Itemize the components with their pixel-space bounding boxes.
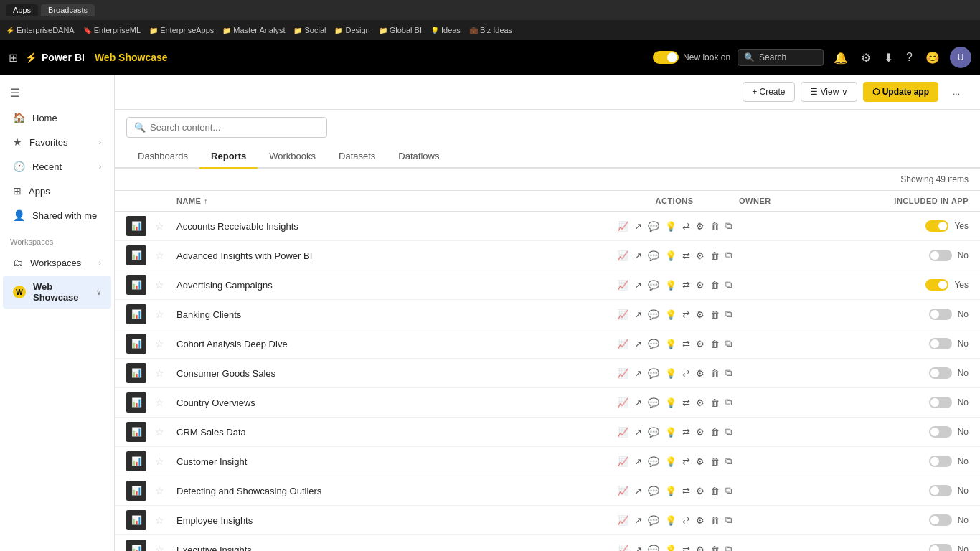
row-connect-icon[interactable]: ⇄ [681,396,692,410]
row-name[interactable]: CRM Sales Data [176,427,610,438]
row-settings-icon[interactable]: ⚙ [694,484,706,498]
row-chat-icon[interactable]: 💬 [646,278,661,292]
row-share-icon[interactable]: ↗ [633,543,644,552]
row-connect-icon[interactable]: ⇄ [681,220,692,233]
tab-reports[interactable]: Reports [199,145,258,169]
row-chat-icon[interactable]: 💬 [646,543,661,552]
row-copy-icon[interactable]: ⧉ [724,248,733,263]
row-settings-icon[interactable]: ⚙ [694,514,706,527]
row-chart-icon[interactable]: 📈 [616,337,630,351]
row-star[interactable]: ☆ [155,514,176,526]
row-insight-icon[interactable]: 💡 [664,396,678,410]
row-insight-icon[interactable]: 💡 [664,249,678,263]
tab-datasets[interactable]: Datasets [327,145,387,169]
row-chat-icon[interactable]: 💬 [646,308,661,321]
row-connect-icon[interactable]: ⇄ [681,278,692,292]
search-box[interactable]: 🔍 Search [738,49,824,66]
row-star[interactable]: ☆ [155,397,176,408]
row-include-toggle[interactable] [929,367,952,379]
row-connect-icon[interactable]: ⇄ [681,514,692,527]
row-name[interactable]: Country Overviews [176,397,610,408]
row-chat-icon[interactable]: 💬 [646,396,661,410]
bookmark-apps[interactable]: ⚡ EnterpriseDANA [6,26,75,34]
row-connect-icon[interactable]: ⇄ [681,455,692,468]
row-connect-icon[interactable]: ⇄ [681,484,692,498]
row-copy-icon[interactable]: ⧉ [724,395,733,410]
tab-dashboards[interactable]: Dashboards [126,145,199,169]
create-button[interactable]: + Create [743,82,794,102]
bookmark-design[interactable]: 📁 Design [334,26,369,34]
row-settings-icon[interactable]: ⚙ [694,308,706,321]
row-star[interactable]: ☆ [155,309,176,320]
row-name[interactable]: Detecting and Showcasing Outliers [176,486,610,496]
user-avatar[interactable]: U [950,47,971,68]
row-chat-icon[interactable]: 💬 [646,367,661,380]
row-chart-icon[interactable]: 📈 [616,543,630,552]
row-delete-icon[interactable]: 🗑 [709,249,721,263]
row-connect-icon[interactable]: ⇄ [681,337,692,351]
bookmark-globalbi[interactable]: 📁 Global BI [379,26,422,34]
sidebar-item-recent[interactable]: 🕐 Recent › [3,155,111,178]
row-include-toggle[interactable] [925,220,948,232]
row-chat-icon[interactable]: 💬 [646,514,661,527]
row-star[interactable]: ☆ [155,220,176,232]
row-connect-icon[interactable]: ⇄ [681,308,692,321]
row-settings-icon[interactable]: ⚙ [694,396,706,410]
row-delete-icon[interactable]: 🗑 [709,484,721,498]
row-insight-icon[interactable]: 💡 [664,308,678,321]
row-chart-icon[interactable]: 📈 [616,396,630,410]
row-delete-icon[interactable]: 🗑 [709,543,721,552]
update-app-button[interactable]: ⬡ Update app [863,82,938,102]
row-share-icon[interactable]: ↗ [633,337,644,351]
row-share-icon[interactable]: ↗ [633,367,644,380]
row-star[interactable]: ☆ [155,485,176,496]
row-chat-icon[interactable]: 💬 [646,337,661,351]
more-options-button[interactable]: ... [944,83,969,101]
header-name-col[interactable]: NAME ↑ [176,197,610,205]
row-connect-icon[interactable]: ⇄ [681,249,692,263]
browser-tab-apps[interactable]: Apps [6,4,38,16]
row-star[interactable]: ☆ [155,456,176,467]
row-connect-icon[interactable]: ⇄ [681,425,692,439]
row-include-toggle[interactable] [929,309,952,320]
row-star[interactable]: ☆ [155,544,176,551]
row-copy-icon[interactable]: ⧉ [724,542,733,551]
row-delete-icon[interactable]: 🗑 [709,514,721,527]
row-settings-icon[interactable]: ⚙ [694,543,706,552]
row-star[interactable]: ☆ [155,338,176,349]
sidebar-item-workspaces[interactable]: 🗂 Workspaces › [3,251,111,274]
row-insight-icon[interactable]: 💡 [664,543,678,552]
browser-tab-broadcasts[interactable]: Broadcasts [41,4,95,16]
feedback-icon[interactable]: 😊 [923,51,943,65]
row-insight-icon[interactable]: 💡 [664,278,678,292]
row-copy-icon[interactable]: ⧉ [724,219,733,233]
row-settings-icon[interactable]: ⚙ [694,367,706,380]
row-share-icon[interactable]: ↗ [633,278,644,292]
waffle-menu-icon[interactable]: ⊞ [9,51,18,65]
settings-icon[interactable]: ⚙ [858,51,874,65]
sidebar-collapse-button[interactable]: ☰ [0,80,114,105]
sidebar-item-favorites[interactable]: ★ Favorites › [3,131,111,154]
row-star[interactable]: ☆ [155,426,176,438]
row-name[interactable]: Advertising Campaigns [176,280,610,291]
row-delete-icon[interactable]: 🗑 [709,337,721,351]
row-chart-icon[interactable]: 📈 [616,249,630,263]
row-settings-icon[interactable]: ⚙ [694,249,706,263]
row-settings-icon[interactable]: ⚙ [694,278,706,292]
row-name[interactable]: Consumer Goods Sales [176,368,610,379]
row-star[interactable]: ☆ [155,367,176,379]
row-chat-icon[interactable]: 💬 [646,249,661,263]
row-include-toggle[interactable] [929,397,952,408]
row-chat-icon[interactable]: 💬 [646,220,661,233]
row-settings-icon[interactable]: ⚙ [694,337,706,351]
row-insight-icon[interactable]: 💡 [664,425,678,439]
row-include-toggle[interactable] [929,250,952,261]
row-chart-icon[interactable]: 📈 [616,278,630,292]
new-look-switch[interactable] [653,51,679,64]
row-insight-icon[interactable]: 💡 [664,455,678,468]
row-insight-icon[interactable]: 💡 [664,337,678,351]
row-share-icon[interactable]: ↗ [633,249,644,263]
row-include-toggle[interactable] [929,426,952,438]
row-chart-icon[interactable]: 📈 [616,514,630,527]
row-delete-icon[interactable]: 🗑 [709,396,721,410]
